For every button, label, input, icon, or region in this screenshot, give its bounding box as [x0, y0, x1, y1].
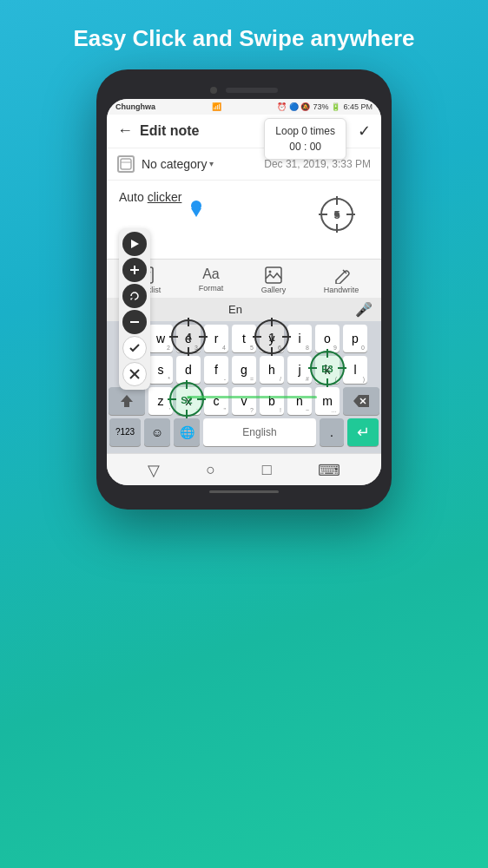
target-E3: E3 [308, 349, 346, 387]
phone-screen: Chunghwa 📶 ⏰ 🔵 🔕 73% 🔋 6:45 PM ← Edit no… [107, 99, 381, 485]
close-icon [129, 369, 140, 379]
plus-icon [129, 265, 140, 275]
note-content[interactable]: Auto clicker 5 [107, 181, 381, 259]
nav-recents[interactable]: □ [262, 461, 272, 479]
minus-button[interactable] [122, 310, 147, 334]
add-button[interactable] [122, 258, 147, 282]
svg-marker-40 [121, 395, 133, 407]
key-globe[interactable]: 🌐 [174, 418, 200, 446]
phone-bottom [107, 485, 381, 499]
check-button[interactable] [122, 336, 147, 360]
svg-marker-47 [353, 395, 369, 407]
key-shift[interactable] [109, 387, 145, 415]
key-x[interactable]: x: S2 [176, 387, 201, 415]
svg-text:5: 5 [333, 208, 340, 221]
key-enter[interactable]: ↵ [347, 418, 379, 446]
play-icon [129, 239, 140, 249]
key-e[interactable]: e3 4 [176, 325, 201, 352]
svg-marker-14 [130, 298, 133, 300]
nav-back[interactable]: ▽ [148, 461, 160, 480]
key-row-bottom: ?123 ☺ 🌐 English . ↵ [109, 418, 379, 446]
shift-icon [120, 394, 134, 408]
app-header: ← Edit note Loop 0 times 00 : 00 ✓ [107, 115, 381, 148]
repeat-button[interactable] [122, 284, 147, 308]
key-b[interactable]: b! [260, 387, 284, 415]
category-dropdown-arrow[interactable]: ▾ [209, 159, 214, 168]
target-4-icon: 4 [169, 318, 208, 356]
phone-camera [210, 87, 217, 94]
cursor-drop-icon [190, 200, 202, 217]
svg-rect-0 [121, 159, 131, 169]
key-z[interactable]: z' [148, 387, 173, 415]
target-4: 4 [169, 318, 208, 356]
svg-marker-11 [131, 240, 139, 248]
nav-home[interactable]: ○ [206, 461, 215, 479]
close-button[interactable] [122, 362, 147, 386]
key-i[interactable]: i8 [287, 325, 312, 352]
key-o[interactable]: o9 [315, 325, 340, 352]
svg-point-28 [255, 320, 288, 353]
key-n[interactable]: n~ [287, 387, 312, 415]
handwrite-icon [333, 266, 350, 284]
back-button[interactable]: ← [117, 122, 133, 140]
loop-line2: 00 : 00 [275, 139, 335, 155]
minus-icon [129, 317, 140, 327]
key-s[interactable]: s* [148, 356, 173, 384]
svg-text:1: 1 [268, 331, 274, 344]
category-svg-icon [120, 158, 132, 170]
key-p[interactable]: p0 [343, 325, 367, 352]
key-j[interactable]: j# [287, 356, 312, 384]
battery-icon: 🔋 [331, 102, 340, 111]
key-f[interactable]: f- [204, 356, 228, 384]
key-r[interactable]: r4 [204, 325, 228, 352]
mic-icon[interactable]: 🎤 [355, 301, 373, 318]
key-space[interactable]: English [203, 418, 316, 446]
target-1: 1 [253, 318, 291, 356]
key-y[interactable]: y6 1 [260, 325, 284, 352]
svg-point-34 [311, 352, 344, 385]
header-text: Easy Click and Swipe anywhere [38, 0, 449, 69]
svg-point-41 [170, 383, 203, 416]
key-h[interactable]: h/ [260, 356, 284, 384]
key-d[interactable]: d [176, 356, 201, 384]
key-c[interactable]: c" [204, 387, 228, 415]
note-date: Dec 31, 2019, 3:33 PM [264, 158, 371, 170]
home-indicator [209, 490, 279, 493]
toolbar-gallery[interactable]: Gallery [261, 266, 287, 294]
nav-keyboard[interactable]: ⌨ [318, 461, 340, 480]
key-m[interactable]: m… [315, 387, 340, 415]
key-row-3: z' x: S2 [109, 387, 379, 415]
text-cursor [190, 200, 202, 220]
target-1-icon: 1 [253, 318, 291, 356]
key-l[interactable]: l) [343, 356, 367, 384]
key-period[interactable]: . [320, 418, 344, 446]
key-emoji[interactable]: ☺ [144, 418, 170, 446]
signal-icon: 📶 [212, 102, 221, 111]
key-t[interactable]: t5 [232, 325, 256, 352]
lang-indicator: En [115, 303, 355, 316]
key-g[interactable]: g= [232, 356, 256, 384]
toolbar-handwrite[interactable]: Handwrite [324, 266, 359, 294]
key-v[interactable]: v? [232, 387, 256, 415]
svg-text:S2: S2 [181, 395, 192, 405]
category-icon [117, 155, 135, 173]
format-label: Format [199, 284, 224, 293]
status-bar: Chunghwa 📶 ⏰ 🔵 🔕 73% 🔋 6:45 PM [107, 99, 381, 115]
carrier-label: Chunghwa [115, 102, 155, 111]
note-text: Auto clicker [119, 190, 181, 204]
repeat-icon [129, 291, 140, 301]
key-backspace[interactable] [343, 387, 379, 415]
check-icon [129, 343, 140, 353]
key-symbols[interactable]: ?123 [109, 418, 141, 446]
key-k[interactable]: k( E3 [315, 356, 340, 384]
note-text-plain: Auto [119, 190, 148, 204]
confirm-button[interactable]: ✓ [358, 122, 371, 141]
time-label: 6:45 PM [343, 102, 373, 111]
status-right: ⏰ 🔵 🔕 73% 🔋 6:45 PM [277, 102, 373, 111]
loop-tooltip: Loop 0 times 00 : 00 [264, 118, 346, 160]
play-button[interactable] [122, 232, 147, 256]
key-w[interactable]: w2 [148, 325, 173, 352]
svg-point-20 [268, 270, 271, 273]
toolbar-format[interactable]: Aa Format [199, 266, 224, 294]
category-label[interactable]: No category [142, 157, 207, 171]
